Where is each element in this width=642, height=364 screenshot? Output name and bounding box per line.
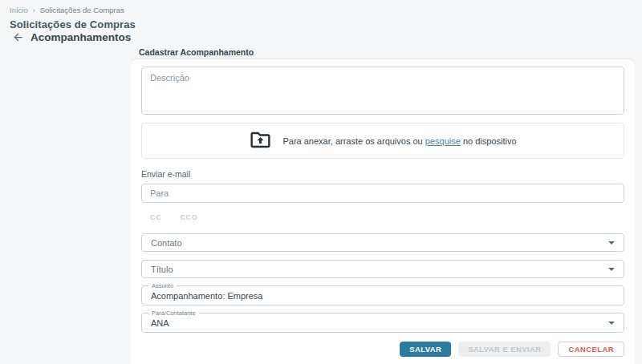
chevron-down-icon	[608, 241, 615, 245]
dropzone-text: Para anexar, arraste os arquivos ou pesq…	[282, 136, 516, 146]
page-title: Solicitações de Compras	[10, 18, 136, 30]
chevron-down-icon	[608, 322, 615, 325]
subject-input[interactable]	[151, 291, 615, 301]
recipient-select-value: ANA	[151, 318, 169, 328]
recipient-select[interactable]: Para/Contatante ANA	[141, 313, 624, 333]
file-dropzone[interactable]: Para anexar, arraste os arquivos ou pesq…	[141, 123, 624, 159]
save-and-send-button[interactable]: SALVAR E ENVIAR	[458, 342, 551, 357]
breadcrumb: Início › Solicitações de Compras	[10, 6, 136, 14]
breadcrumb-home-link[interactable]: Início	[10, 6, 28, 14]
form-section-title: Cadastrar Acompanhamento	[139, 47, 254, 57]
browse-files-link[interactable]: pesquise	[425, 136, 461, 146]
contact-select[interactable]: Contato	[141, 233, 624, 252]
title-select-placeholder: Título	[151, 265, 173, 274]
subpage-header: Acompanhamentos	[12, 31, 131, 43]
send-email-label: Enviar e-mail	[141, 169, 624, 179]
folder-upload-icon	[249, 128, 272, 153]
cancel-button[interactable]: CANCELAR	[558, 342, 624, 357]
recipient-select-label: Para/Contatante	[148, 309, 199, 317]
save-button[interactable]: SALVAR	[400, 342, 451, 357]
cco-button[interactable]: CCO	[178, 212, 199, 223]
cc-cco-row: CC CCO	[141, 212, 624, 223]
subject-field-label: Assunto	[148, 282, 177, 289]
subpage-title: Acompanhamentos	[30, 31, 131, 43]
back-arrow-icon[interactable]	[12, 31, 24, 43]
title-select[interactable]: Título	[141, 260, 624, 278]
breadcrumb-separator-icon: ›	[33, 6, 35, 14]
chevron-down-icon	[608, 268, 615, 271]
email-to-input[interactable]	[141, 184, 624, 203]
contact-select-placeholder: Contato	[151, 238, 182, 248]
cc-button[interactable]: CC	[148, 212, 163, 223]
acompanhamento-form-card: Para anexar, arraste os arquivos ou pesq…	[131, 59, 635, 364]
page-header: Início › Solicitações de Compras Solicit…	[10, 6, 136, 30]
subject-field: Assunto	[141, 285, 624, 305]
description-textarea[interactable]	[141, 67, 624, 115]
breadcrumb-current: Solicitações de Compras	[40, 6, 124, 14]
form-actions: SALVAR SALVAR E ENVIAR CANCELAR	[141, 342, 624, 357]
